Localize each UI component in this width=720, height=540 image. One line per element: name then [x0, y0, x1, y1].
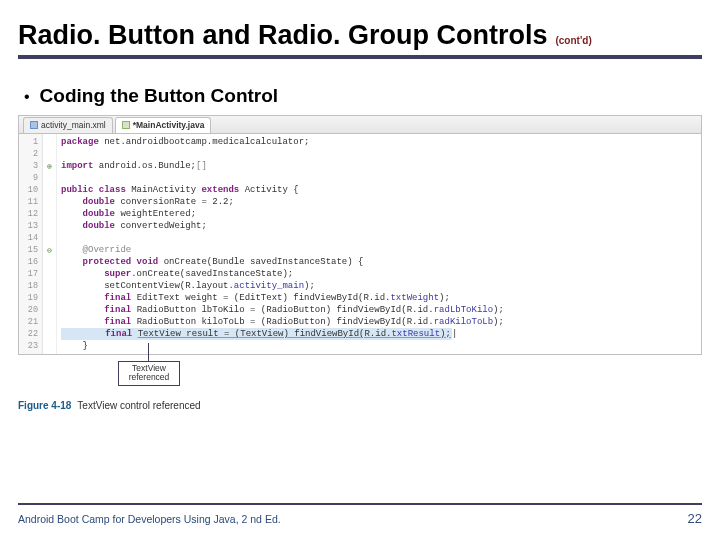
- java-file-icon: [122, 121, 130, 129]
- slide-title: Radio. Button and Radio. Group Controls: [18, 20, 547, 51]
- tab-label: activity_main.xml: [41, 120, 106, 130]
- page-number: 22: [688, 511, 702, 526]
- text-cursor: |: [452, 329, 457, 339]
- bullet-text: Coding the Button Control: [40, 85, 279, 107]
- editor-tabbar: activity_main.xml *MainActivity.java: [19, 116, 701, 134]
- xml-file-icon: [30, 121, 38, 129]
- callout-box: TextView referenced: [118, 361, 180, 386]
- code-body: package net.androidbootcamp.medicalcalcu…: [57, 134, 508, 354]
- figure-caption: Figure 4-18TextView control referenced: [18, 400, 720, 411]
- line-number-gutter: 1239 10111213 14151617 18192021 2223: [19, 134, 43, 354]
- code-screenshot: activity_main.xml *MainActivity.java 123…: [18, 115, 702, 355]
- title-rule: [18, 55, 702, 59]
- footer-text: Android Boot Camp for Developers Using J…: [18, 513, 281, 525]
- tab-label: *MainActivity.java: [133, 120, 205, 130]
- contd-label: (cont'd): [555, 35, 591, 46]
- bullet-dot: •: [24, 88, 30, 106]
- tab-activity-main-xml[interactable]: activity_main.xml: [23, 117, 113, 133]
- tab-main-activity-java[interactable]: *MainActivity.java: [115, 117, 212, 133]
- figure-caption-text: TextView control referenced: [77, 400, 200, 411]
- fold-marker-column: ⊕ ⊖: [43, 134, 57, 354]
- footer-rule: [18, 503, 702, 505]
- figure-number: Figure 4-18: [18, 400, 71, 411]
- callout: TextView referenced: [118, 361, 180, 386]
- callout-leader-line: [148, 343, 149, 361]
